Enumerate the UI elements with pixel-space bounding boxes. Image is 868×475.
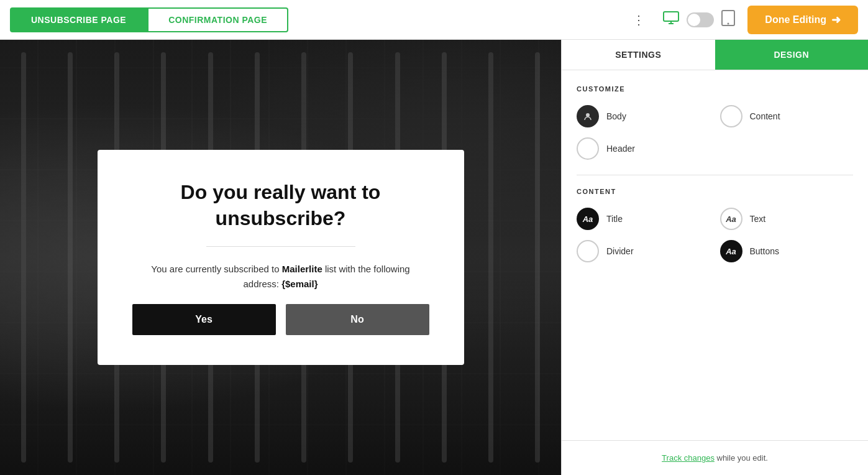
text-label: Text bbox=[750, 214, 766, 224]
divider-radio[interactable] bbox=[577, 240, 599, 262]
svg-point-4 bbox=[728, 22, 729, 24]
yes-button[interactable]: Yes bbox=[132, 304, 276, 335]
header-radio[interactable] bbox=[577, 137, 599, 160]
unsubscribe-modal: Do you really want to unsubscribe? You a… bbox=[98, 150, 464, 365]
body-label: Body bbox=[606, 111, 626, 121]
done-editing-label: Done Editing bbox=[765, 14, 826, 25]
header-label: Header bbox=[606, 144, 635, 154]
seat-bar bbox=[535, 52, 540, 463]
right-panel: SETTINGS DESIGN CUSTOMIZE Body bbox=[561, 40, 868, 475]
customize-section-label: CUSTOMIZE bbox=[577, 85, 853, 93]
done-editing-button[interactable]: Done Editing ➜ bbox=[747, 6, 858, 34]
main-content: Do you really want to unsubscribe? You a… bbox=[0, 40, 868, 475]
device-icons bbox=[660, 7, 738, 32]
email-variable: {$email} bbox=[281, 279, 318, 289]
tab-unsubscribe[interactable]: UNSUBSCRIBE PAGE bbox=[10, 7, 147, 32]
page-tabs: UNSUBSCRIBE PAGE CONFIRMATION PAGE bbox=[10, 7, 288, 32]
customize-item-header[interactable]: Header bbox=[577, 137, 710, 160]
modal-title: Do you really want to unsubscribe? bbox=[132, 180, 429, 231]
section-divider bbox=[577, 175, 853, 175]
customize-grid: Body Content Header bbox=[577, 105, 853, 160]
customize-item-body[interactable]: Body bbox=[577, 105, 710, 127]
content-item-divider[interactable]: Divider bbox=[577, 240, 710, 262]
panel-tabs: SETTINGS DESIGN bbox=[562, 40, 868, 70]
title-label: Title bbox=[606, 214, 623, 224]
seat-bar bbox=[488, 52, 493, 463]
modal-buttons: Yes No bbox=[132, 304, 429, 335]
buttons-aa-icon[interactable]: Aa bbox=[720, 240, 742, 262]
tab-settings[interactable]: SETTINGS bbox=[562, 40, 715, 70]
body-prefix: You are currently subscribed to bbox=[151, 264, 281, 274]
top-right-controls: ⋮ Done Editing ➜ bbox=[628, 6, 858, 34]
buttons-label: Buttons bbox=[750, 246, 779, 256]
footer-text: Track changes while you edit. bbox=[662, 453, 768, 463]
no-button[interactable]: No bbox=[286, 304, 429, 335]
track-changes-link[interactable]: Track changes bbox=[662, 453, 715, 463]
preview-toggle[interactable] bbox=[687, 12, 714, 27]
body-icon[interactable] bbox=[577, 105, 599, 127]
modal-body: You are currently subscribed to Mailerli… bbox=[132, 262, 429, 292]
preview-area: Do you really want to unsubscribe? You a… bbox=[0, 40, 561, 475]
panel-content: CUSTOMIZE Body Content bbox=[562, 70, 868, 440]
content-item-buttons[interactable]: Aa Buttons bbox=[720, 240, 854, 262]
divider-label: Divider bbox=[606, 246, 634, 256]
customize-item-content[interactable]: Content bbox=[720, 105, 854, 127]
footer-suffix: while you edit. bbox=[715, 453, 768, 463]
brand-name: Mailerlite bbox=[282, 264, 322, 274]
more-icon[interactable]: ⋮ bbox=[628, 10, 651, 30]
content-item-text[interactable]: Aa Text bbox=[720, 208, 854, 230]
content-item-title[interactable]: Aa Title bbox=[577, 208, 710, 230]
title-aa-icon[interactable]: Aa bbox=[577, 208, 599, 230]
content-radio[interactable] bbox=[720, 105, 742, 127]
svg-rect-0 bbox=[664, 12, 678, 21]
text-aa-icon[interactable]: Aa bbox=[720, 208, 742, 230]
content-grid: Aa Title Aa Text Divider Aa Buttons bbox=[577, 208, 853, 262]
seat-bar bbox=[21, 52, 26, 463]
desktop-icon[interactable] bbox=[660, 9, 682, 31]
tab-design[interactable]: DESIGN bbox=[715, 40, 869, 70]
arrow-right-icon: ➜ bbox=[831, 13, 841, 27]
seat-bar bbox=[68, 52, 73, 463]
tablet-icon[interactable] bbox=[719, 7, 738, 32]
panel-footer: Track changes while you edit. bbox=[562, 440, 868, 475]
modal-divider bbox=[206, 246, 355, 247]
tab-confirmation[interactable]: CONFIRMATION PAGE bbox=[147, 7, 288, 32]
content-section-label: CONTENT bbox=[577, 188, 853, 195]
content-label: Content bbox=[750, 111, 780, 121]
svg-point-5 bbox=[586, 113, 590, 117]
top-bar: UNSUBSCRIBE PAGE CONFIRMATION PAGE ⋮ bbox=[0, 0, 868, 40]
